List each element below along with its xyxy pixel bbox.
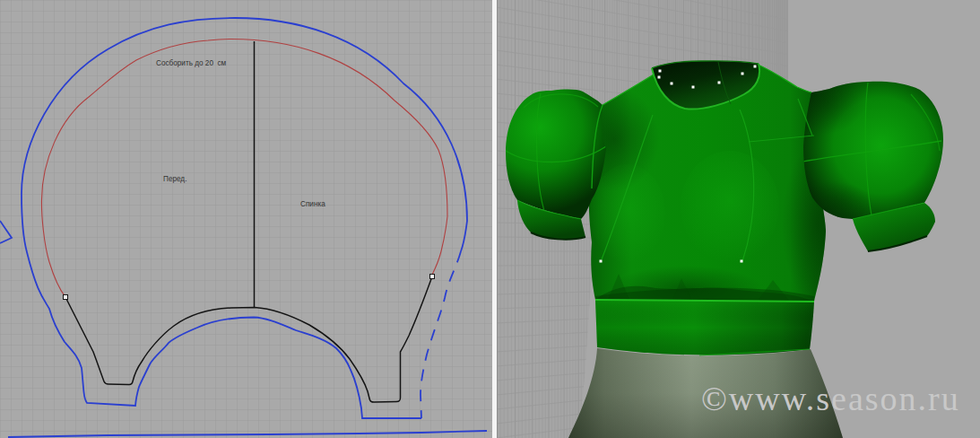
svg-text:Сосборить до 20 см: Сосборить до 20 см <box>156 59 227 67</box>
svg-text:Спинка: Спинка <box>300 200 325 208</box>
svg-text:©www.season.ru: ©www.season.ru <box>701 380 960 417</box>
svg-text:Перед.: Перед. <box>163 175 186 183</box>
